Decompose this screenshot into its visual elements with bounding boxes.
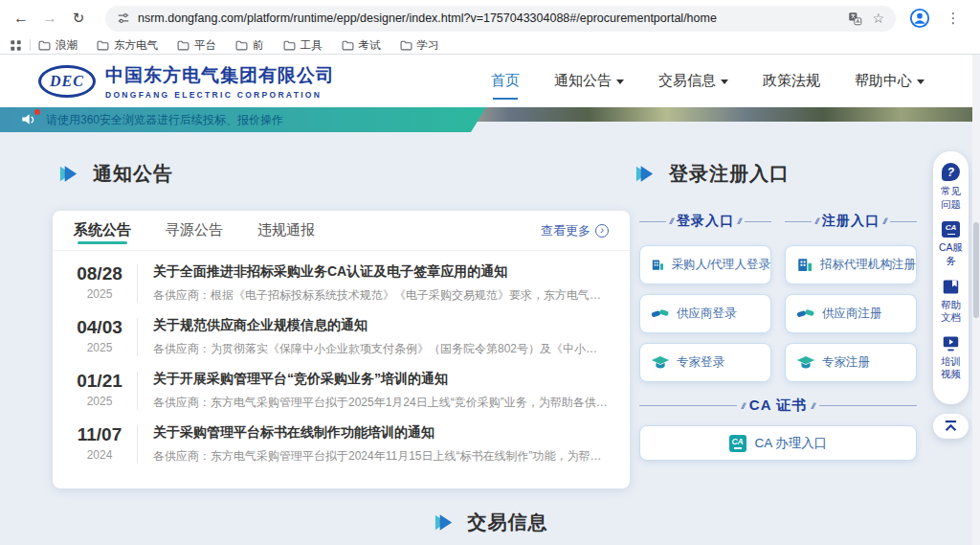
notices-section-header: 通知公告 [57,161,173,187]
folder-icon [177,40,189,51]
caret-down-icon [721,79,728,84]
expert-register-button[interactable]: 专家注册 [785,343,917,382]
bookmark-folder[interactable]: 学习 [400,38,439,53]
float-label: 培训视频 [939,355,964,381]
notice-desc: 各供应商：为贯彻落实《保障中小企业款项支付条例》（国务院令第802号）及《中小企… [153,341,609,357]
purchaser-login-button[interactable]: 采购人/代理人登录 [639,245,771,284]
notice-title: 关于规范供应商企业规模信息的通知 [153,317,609,334]
notice-item[interactable]: 08/282025 关于全面推进非招标采购业务CA认证及电子签章应用的通知 各供… [53,257,630,310]
folder-icon [38,40,51,51]
browser-menu-icon[interactable] [942,7,965,30]
entry-label: 采购人/代理人登录 [672,257,770,273]
bookmarks-bar: 浪潮 东方电气 平台 前 工具 考试 学习 [0,36,980,55]
divider [137,372,138,410]
circle-arrow-icon [595,224,609,238]
bidding-agency-register-button[interactable]: 招标代理机构注册 [785,245,917,284]
handshake-icon [796,307,815,321]
bookmark-label: 平台 [194,38,216,53]
bookmark-label: 前 [253,38,264,53]
login-panel: //登录入口// //注册入口// 采购人/代理人登录 招标代理机构注册 供应商… [639,213,917,461]
company-logo[interactable]: DEC 中国东方电气集团有限公司 DONGFANG ELECTRIC CORPO… [38,63,335,100]
float-label: CA服务 [939,241,964,267]
address-bar[interactable]: nsrm.dongfang.com/platform/runtime/epp/d… [105,6,896,32]
divider [137,318,138,356]
bookmark-folder[interactable]: 前 [235,38,264,53]
faq-button[interactable]: 常见问题 [939,163,964,211]
ca-apply-button[interactable]: CA 办理入口 [639,425,917,461]
apps-grid-icon[interactable] [10,39,22,52]
training-videos-button[interactable]: 培训视频 [939,335,964,381]
browser-back-icon[interactable] [10,7,33,30]
bookmark-folder[interactable]: 考试 [342,38,381,53]
browser-forward-icon[interactable] [38,7,61,30]
organization-icon [796,257,813,274]
bookmark-star-icon[interactable] [872,10,884,27]
bookmark-label: 学习 [417,38,439,53]
login-section-header: 登录注册入口 [634,161,790,187]
bookmark-folder[interactable]: 平台 [177,38,216,53]
browser-reload-icon[interactable] [67,7,90,30]
site-header: DEC 中国东方电气集团有限公司 DONGFANG ELECTRIC CORPO… [0,55,980,107]
nav-item-home[interactable]: 首页 [491,66,520,96]
tab-violation-reports[interactable]: 违规通报 [257,211,315,250]
supplier-login-button[interactable]: 供应商登录 [639,294,771,333]
profile-avatar-icon[interactable] [909,8,930,29]
expert-login-button[interactable]: 专家登录 [639,343,771,382]
folder-icon [400,40,412,51]
notice-item[interactable]: 01/212025 关于开展采购管理平台“竞价采购业务”培训的通知 各供应商：东… [53,364,630,418]
organization-icon [651,257,665,274]
training-video-icon [942,335,960,352]
notice-date: 11/072024 [70,422,129,471]
float-label: 常见问题 [939,185,964,211]
help-docs-button[interactable]: 帮助文档 [939,279,964,325]
nav-item-notices[interactable]: 通知公告 [554,66,624,96]
supplier-register-button[interactable]: 供应商注册 [785,294,917,333]
ca-badge-icon [942,221,960,238]
company-name-en: DONGFANG ELECTRIC CORPORATION [105,90,335,100]
folder-icon [283,40,296,51]
ca-badge-icon [729,435,746,452]
nav-item-help-center[interactable]: 帮助中心 [855,66,924,96]
view-more-link[interactable]: 查看更多 [541,222,609,239]
notice-list: 08/282025 关于全面推进非招标采购业务CA认证及电子签章应用的通知 各供… [53,251,630,471]
bookmark-label: 浪潮 [56,38,78,53]
caret-down-icon [616,79,624,84]
section-arrow-icon [433,511,455,534]
scrollbar-thumb[interactable] [973,222,979,318]
bookmark-label: 工具 [301,38,323,53]
company-name-cn: 中国东方电气集团有限公司 [105,63,335,88]
ca-service-button[interactable]: CA服务 [939,221,964,267]
divider [137,425,138,464]
notification-dot [34,109,40,115]
bookmark-folder[interactable]: 东方电气 [97,38,158,53]
bookmark-label: 考试 [359,38,381,53]
bookmark-folder[interactable]: 工具 [283,38,323,53]
divider [30,39,31,51]
site-settings-icon[interactable] [117,11,130,25]
speaker-icon [21,112,36,126]
notice-title: 关于开展采购管理平台“竞价采购业务”培训的通知 [153,371,609,388]
bookmark-folder[interactable]: 浪潮 [38,38,78,53]
url-text[interactable]: nsrm.dongfang.com/platform/runtime/epp/d… [138,11,840,25]
float-label: 帮助文档 [939,299,964,325]
nav-item-policies[interactable]: 政策法规 [763,66,820,96]
notice-item[interactable]: 04/032025 关于规范供应商企业规模信息的通知 各供应商：为贯彻落实《保障… [53,310,630,364]
folder-icon [342,40,354,51]
floating-toolbar: 常见问题 CA服务 帮助文档 培训视频 [933,151,969,404]
notice-title: 关于采购管理平台标书在线制作功能培训的通知 [153,424,609,442]
announcement-text: 请使用360安全浏览器进行后续投标、报价操作 [46,112,283,128]
entry-button-grid: 采购人/代理人登录 招标代理机构注册 供应商登录 供应商注册 专家登录 专家注册 [639,245,917,382]
notice-item[interactable]: 11/072024 关于采购管理平台标书在线制作功能培训的通知 各供应商：东方电… [53,418,630,471]
ca-group-header: //CA 证书// [639,397,917,415]
dec-logo-icon: DEC [38,65,96,98]
nav-item-trade-info[interactable]: 交易信息 [658,66,728,96]
nav-label: 交易信息 [658,72,716,90]
entry-label: 专家注册 [822,354,870,371]
tab-system-notices[interactable]: 系统公告 [74,211,131,250]
section-title: 通知公告 [93,161,173,187]
back-to-top-button[interactable] [933,414,969,439]
tab-sourcing-notices[interactable]: 寻源公告 [166,211,223,250]
announcement-ribbon: 请使用360安全浏览器进行后续投标、报价操作 [0,107,486,132]
browser-toolbar: nsrm.dongfang.com/platform/runtime/epp/d… [0,0,980,36]
translate-icon[interactable] [848,11,862,26]
